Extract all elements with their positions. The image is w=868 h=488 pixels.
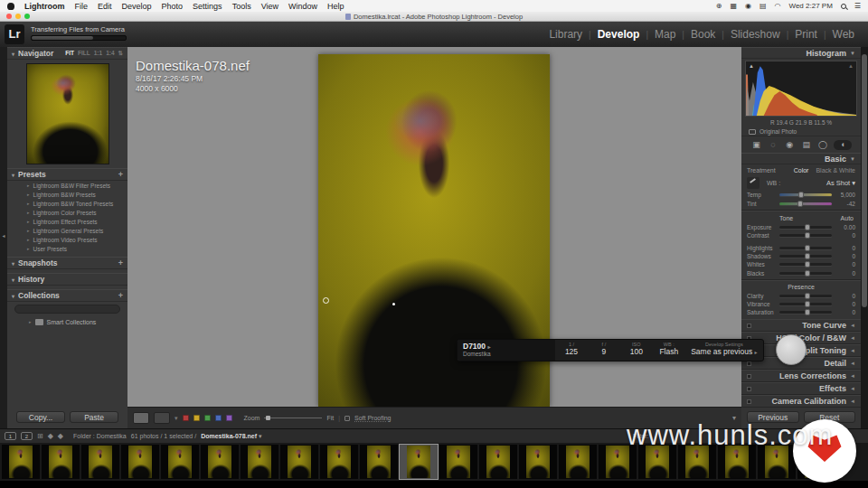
soft-proofing-checkbox[interactable] — [344, 416, 350, 421]
filmstrip-thumb[interactable] — [519, 445, 557, 479]
saturation-slider-knob[interactable] — [805, 309, 810, 315]
shadow-clipping-icon[interactable]: ▲ — [749, 63, 754, 69]
secondary-monitor-button[interactable]: 2 — [21, 432, 33, 440]
preset-item[interactable]: ▸Lightroom General Presets — [7, 226, 127, 235]
wb-preset-select[interactable]: As Shot ▾ — [826, 179, 855, 187]
filmstrip-thumb[interactable] — [161, 445, 199, 479]
spot-removal-icon[interactable]: ◌ — [767, 140, 778, 150]
go-forward-icon[interactable]: ◆ — [58, 432, 63, 440]
zoom-fit-label[interactable]: Fit — [326, 415, 334, 421]
preset-item[interactable]: ▸Lightroom B&W Presets — [7, 190, 127, 199]
color-label-yellow[interactable] — [193, 415, 200, 421]
filmstrip-thumb[interactable] — [559, 445, 597, 479]
presets-disclosure-icon[interactable]: ▾ — [12, 172, 14, 178]
collections-add-button[interactable]: + — [118, 291, 123, 300]
histogram-disclosure-icon[interactable]: ▼ — [850, 51, 855, 56]
color-label-red[interactable] — [183, 415, 189, 421]
panel-expand-icon[interactable]: ◄ — [850, 335, 855, 341]
preset-item[interactable]: ▸User Presets — [7, 244, 127, 253]
clarity-slider[interactable] — [779, 295, 832, 297]
panel-toggle-icon[interactable] — [747, 387, 751, 391]
spotlight-icon[interactable] — [841, 4, 846, 9]
grid-view-icon[interactable]: ⊞ — [37, 432, 43, 440]
menu-photo[interactable]: Photo — [162, 2, 184, 11]
panel-expand-icon[interactable]: ◄ — [850, 373, 855, 379]
menu-settings[interactable]: Settings — [193, 2, 222, 11]
section-lens-corrections[interactable]: Lens Corrections◄ — [741, 370, 861, 382]
presets-header[interactable]: ▾ Presets + — [7, 168, 127, 181]
whites-slider-knob[interactable] — [805, 261, 810, 267]
shadows-slider-knob[interactable] — [805, 253, 810, 259]
red-eye-icon[interactable]: ◉ — [784, 140, 796, 150]
temp-slider[interactable] — [779, 193, 832, 196]
panel-toggle-icon[interactable] — [747, 324, 751, 328]
soft-proofing-label[interactable]: Soft Proofing — [354, 415, 391, 421]
filmstrip-thumb[interactable] — [360, 445, 398, 479]
shadows-slider[interactable] — [779, 255, 832, 258]
input-source-icon[interactable]: ▤ — [760, 2, 767, 10]
primary-monitor-button[interactable]: 1 — [5, 432, 16, 440]
preset-item[interactable]: ▸Lightroom Video Presets — [7, 235, 127, 244]
module-map[interactable]: Map — [648, 28, 682, 41]
radial-filter-icon[interactable]: ◯ — [817, 140, 829, 150]
graduated-filter-icon[interactable]: ▤ — [800, 140, 812, 150]
keyboard-icon[interactable]: ▦ — [730, 2, 737, 10]
collections-header[interactable]: ▾ Collections + — [7, 289, 127, 302]
module-slideshow[interactable]: Slideshow — [724, 28, 787, 41]
menu-help[interactable]: Help — [327, 2, 344, 11]
tint-slider[interactable] — [779, 202, 832, 205]
menu-develop[interactable]: Develop — [122, 2, 152, 11]
blacks-slider[interactable] — [779, 272, 832, 275]
collections-disclosure-icon[interactable]: ▾ — [12, 293, 14, 299]
section-camera-calibration[interactable]: Camera Calibration◄ — [741, 395, 861, 408]
history-disclosure-icon[interactable]: ▾ — [12, 277, 14, 283]
panel-toggle-icon[interactable] — [747, 374, 751, 379]
panel-toggle-icon[interactable] — [747, 361, 751, 366]
filmstrip-thumb[interactable] — [400, 445, 438, 479]
navigator-mode-1-1[interactable]: 1:1 — [94, 50, 102, 57]
panel-toggle-icon[interactable] — [747, 399, 751, 404]
apple-menu-icon[interactable] — [7, 3, 14, 10]
preset-item[interactable]: ▸Lightroom Effect Presets — [7, 217, 127, 226]
module-book[interactable]: Book — [684, 28, 722, 41]
smart-collections-disclosure-icon[interactable]: ▸ — [29, 319, 32, 324]
filmstrip-selected-file[interactable]: Domestika-078.nef ▾ — [201, 433, 261, 440]
navigator-mode-fit[interactable]: FIT — [65, 50, 74, 57]
collections-search-field[interactable] — [14, 305, 120, 314]
navigator-thumbnail[interactable] — [26, 63, 109, 164]
zoom-slider-knob[interactable] — [266, 416, 270, 420]
preset-item[interactable]: ▸Lightroom B&W Filter Presets — [7, 181, 127, 190]
contrast-slider[interactable] — [779, 234, 832, 237]
vibrance-slider[interactable] — [779, 303, 832, 305]
filmstrip-thumb[interactable] — [42, 445, 80, 479]
section-tone-curve[interactable]: Tone Curve◄ — [741, 319, 861, 332]
navigator-header[interactable]: ▾ Navigator FIT FILL 1:1 1:4 ⇅ — [7, 47, 127, 60]
menu-edit[interactable]: Edit — [98, 2, 112, 11]
exposure-slider-knob[interactable] — [805, 224, 810, 230]
control-center-icon[interactable]: ☰ — [854, 2, 861, 10]
module-web[interactable]: Web — [826, 28, 861, 41]
filmstrip-thumb[interactable] — [280, 445, 318, 479]
loupe-view-button[interactable] — [133, 412, 149, 424]
scrollbar-thumb[interactable] — [862, 54, 867, 307]
left-panel-collapse-strip[interactable]: ◂ — [0, 47, 7, 428]
zoom-slider[interactable] — [264, 418, 322, 418]
panel-expand-icon[interactable]: ◄ — [850, 348, 855, 353]
module-print[interactable]: Print — [788, 28, 824, 41]
go-back-icon[interactable]: ◆ — [48, 432, 53, 440]
color-label-purple[interactable] — [226, 415, 232, 421]
filmstrip-thumb[interactable] — [439, 445, 477, 479]
copy-button[interactable]: Copy... — [16, 411, 65, 423]
navigator-disclosure-icon[interactable]: ▾ — [12, 51, 14, 57]
record-icon[interactable]: ◉ — [745, 2, 751, 10]
develop-settings-column[interactable]: Develop SettingsSame as previous ▸ — [685, 340, 763, 361]
navigator-mode-fill[interactable]: FILL — [78, 50, 90, 57]
panel-expand-icon[interactable]: ◄ — [850, 361, 855, 366]
highlight-clipping-icon[interactable]: ▲ — [848, 63, 854, 69]
module-develop[interactable]: Develop — [591, 28, 646, 41]
highlights-slider-knob[interactable] — [805, 245, 810, 251]
panel-expand-icon[interactable]: ◄ — [850, 323, 855, 328]
basic-disclosure-icon[interactable]: ▼ — [850, 156, 855, 162]
smart-collections-item[interactable]: ▸ Smart Collections — [7, 316, 127, 327]
highlights-slider[interactable] — [779, 247, 832, 249]
